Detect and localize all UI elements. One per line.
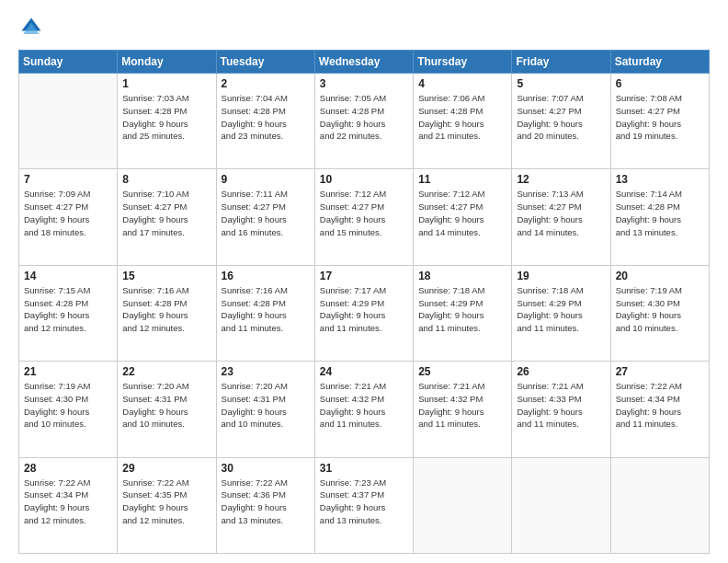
day-info: Sunrise: 7:09 AM Sunset: 4:27 PM Dayligh… [24, 188, 112, 238]
day-number: 16 [222, 270, 310, 282]
day-number: 14 [24, 270, 112, 282]
day-info: Sunrise: 7:16 AM Sunset: 4:28 PM Dayligh… [222, 284, 310, 335]
calendar-week-row: 7Sunrise: 7:09 AM Sunset: 4:27 PM Daylig… [19, 169, 710, 265]
calendar-cell: 28Sunrise: 7:22 AM Sunset: 4:34 PM Dayli… [19, 457, 118, 553]
day-info: Sunrise: 7:18 AM Sunset: 4:29 PM Dayligh… [418, 284, 506, 335]
calendar-cell: 20Sunrise: 7:19 AM Sunset: 4:30 PM Dayli… [610, 265, 709, 361]
weekday-header: Sunday [19, 51, 118, 74]
day-number: 6 [616, 77, 704, 90]
calendar-cell: 29Sunrise: 7:22 AM Sunset: 4:35 PM Dayli… [118, 457, 216, 553]
calendar-week-row: 21Sunrise: 7:19 AM Sunset: 4:30 PM Dayli… [19, 362, 710, 457]
page: SundayMondayTuesdayWednesdayThursdayFrid… [0, 0, 728, 563]
weekday-header: Wednesday [314, 51, 413, 74]
day-number: 22 [122, 365, 210, 378]
day-info: Sunrise: 7:22 AM Sunset: 4:36 PM Dayligh… [222, 477, 310, 527]
day-info: Sunrise: 7:19 AM Sunset: 4:30 PM Dayligh… [616, 284, 704, 335]
day-number: 9 [222, 173, 310, 186]
day-number: 18 [418, 270, 506, 282]
calendar-cell: 17Sunrise: 7:17 AM Sunset: 4:29 PM Dayli… [314, 265, 413, 361]
day-info: Sunrise: 7:12 AM Sunset: 4:27 PM Dayligh… [418, 188, 506, 238]
day-number: 4 [418, 77, 506, 90]
weekday-header: Tuesday [216, 51, 314, 74]
day-number: 17 [320, 270, 408, 282]
calendar-cell: 25Sunrise: 7:21 AM Sunset: 4:32 PM Dayli… [414, 362, 512, 457]
day-info: Sunrise: 7:21 AM Sunset: 4:32 PM Dayligh… [320, 380, 408, 431]
calendar-cell: 15Sunrise: 7:16 AM Sunset: 4:28 PM Dayli… [118, 265, 216, 361]
weekday-header: Thursday [414, 51, 512, 74]
day-number: 25 [418, 365, 506, 378]
calendar-cell: 6Sunrise: 7:08 AM Sunset: 4:27 PM Daylig… [610, 74, 709, 169]
day-info: Sunrise: 7:23 AM Sunset: 4:37 PM Dayligh… [320, 477, 408, 527]
day-number: 15 [122, 270, 210, 282]
day-info: Sunrise: 7:10 AM Sunset: 4:27 PM Dayligh… [122, 188, 210, 238]
calendar-cell: 26Sunrise: 7:21 AM Sunset: 4:33 PM Dayli… [512, 362, 610, 457]
day-info: Sunrise: 7:22 AM Sunset: 4:34 PM Dayligh… [616, 380, 704, 431]
calendar-cell: 14Sunrise: 7:15 AM Sunset: 4:28 PM Dayli… [19, 265, 118, 361]
calendar-cell: 8Sunrise: 7:10 AM Sunset: 4:27 PM Daylig… [118, 169, 216, 265]
day-info: Sunrise: 7:12 AM Sunset: 4:27 PM Dayligh… [320, 188, 408, 238]
day-info: Sunrise: 7:08 AM Sunset: 4:27 PM Dayligh… [616, 92, 704, 143]
calendar-cell: 21Sunrise: 7:19 AM Sunset: 4:30 PM Dayli… [19, 362, 118, 457]
calendar-cell: 31Sunrise: 7:23 AM Sunset: 4:37 PM Dayli… [314, 457, 413, 553]
weekday-header: Monday [118, 51, 216, 74]
day-info: Sunrise: 7:13 AM Sunset: 4:27 PM Dayligh… [517, 188, 605, 238]
calendar-cell: 1Sunrise: 7:03 AM Sunset: 4:28 PM Daylig… [118, 74, 216, 169]
day-info: Sunrise: 7:21 AM Sunset: 4:33 PM Dayligh… [517, 380, 605, 431]
calendar-cell: 9Sunrise: 7:11 AM Sunset: 4:27 PM Daylig… [216, 169, 314, 265]
day-number: 23 [222, 365, 310, 378]
day-number: 30 [222, 462, 310, 475]
calendar-cell: 27Sunrise: 7:22 AM Sunset: 4:34 PM Dayli… [610, 362, 709, 457]
day-number: 28 [24, 462, 112, 475]
weekday-header: Saturday [610, 51, 709, 74]
day-number: 31 [320, 462, 408, 475]
calendar-cell [19, 74, 118, 169]
calendar-cell [512, 457, 610, 553]
calendar-cell: 4Sunrise: 7:06 AM Sunset: 4:28 PM Daylig… [414, 74, 512, 169]
calendar-week-row: 28Sunrise: 7:22 AM Sunset: 4:34 PM Dayli… [19, 457, 710, 553]
day-number: 12 [517, 173, 605, 186]
calendar-cell: 16Sunrise: 7:16 AM Sunset: 4:28 PM Dayli… [216, 265, 314, 361]
calendar-week-row: 1Sunrise: 7:03 AM Sunset: 4:28 PM Daylig… [19, 74, 710, 169]
day-info: Sunrise: 7:16 AM Sunset: 4:28 PM Dayligh… [122, 284, 210, 335]
calendar-cell: 5Sunrise: 7:07 AM Sunset: 4:27 PM Daylig… [512, 74, 610, 169]
calendar-week-row: 14Sunrise: 7:15 AM Sunset: 4:28 PM Dayli… [19, 265, 710, 361]
day-number: 1 [122, 77, 210, 90]
calendar-cell: 22Sunrise: 7:20 AM Sunset: 4:31 PM Dayli… [118, 362, 216, 457]
calendar-cell: 10Sunrise: 7:12 AM Sunset: 4:27 PM Dayli… [314, 169, 413, 265]
logo-icon [18, 15, 44, 40]
day-number: 2 [222, 77, 310, 90]
calendar-cell: 13Sunrise: 7:14 AM Sunset: 4:28 PM Dayli… [610, 169, 709, 265]
day-info: Sunrise: 7:05 AM Sunset: 4:28 PM Dayligh… [320, 92, 408, 143]
day-info: Sunrise: 7:22 AM Sunset: 4:34 PM Dayligh… [24, 477, 112, 527]
day-number: 11 [418, 173, 506, 186]
calendar-cell: 2Sunrise: 7:04 AM Sunset: 4:28 PM Daylig… [216, 74, 314, 169]
day-number: 26 [517, 365, 605, 378]
day-info: Sunrise: 7:04 AM Sunset: 4:28 PM Dayligh… [222, 92, 310, 143]
day-number: 3 [320, 77, 408, 90]
calendar-cell: 3Sunrise: 7:05 AM Sunset: 4:28 PM Daylig… [314, 74, 413, 169]
day-number: 19 [517, 270, 605, 282]
day-info: Sunrise: 7:20 AM Sunset: 4:31 PM Dayligh… [122, 380, 210, 431]
day-info: Sunrise: 7:20 AM Sunset: 4:31 PM Dayligh… [222, 380, 310, 431]
calendar-header-row: SundayMondayTuesdayWednesdayThursdayFrid… [19, 51, 710, 74]
calendar-cell [610, 457, 709, 553]
day-info: Sunrise: 7:15 AM Sunset: 4:28 PM Dayligh… [24, 284, 112, 335]
calendar-cell: 19Sunrise: 7:18 AM Sunset: 4:29 PM Dayli… [512, 265, 610, 361]
calendar-cell: 24Sunrise: 7:21 AM Sunset: 4:32 PM Dayli… [314, 362, 413, 457]
day-info: Sunrise: 7:22 AM Sunset: 4:35 PM Dayligh… [122, 477, 210, 527]
day-number: 27 [616, 365, 704, 378]
day-number: 10 [320, 173, 408, 186]
day-number: 20 [616, 270, 704, 282]
calendar-cell: 12Sunrise: 7:13 AM Sunset: 4:27 PM Dayli… [512, 169, 610, 265]
day-number: 24 [320, 365, 408, 378]
day-number: 21 [24, 365, 112, 378]
calendar-table: SundayMondayTuesdayWednesdayThursdayFrid… [18, 50, 710, 554]
day-info: Sunrise: 7:06 AM Sunset: 4:28 PM Dayligh… [418, 92, 506, 143]
header [18, 15, 710, 40]
day-number: 8 [122, 173, 210, 186]
calendar-cell: 30Sunrise: 7:22 AM Sunset: 4:36 PM Dayli… [216, 457, 314, 553]
day-info: Sunrise: 7:18 AM Sunset: 4:29 PM Dayligh… [517, 284, 605, 335]
day-info: Sunrise: 7:21 AM Sunset: 4:32 PM Dayligh… [418, 380, 506, 431]
day-info: Sunrise: 7:11 AM Sunset: 4:27 PM Dayligh… [222, 188, 310, 238]
calendar-cell: 11Sunrise: 7:12 AM Sunset: 4:27 PM Dayli… [414, 169, 512, 265]
